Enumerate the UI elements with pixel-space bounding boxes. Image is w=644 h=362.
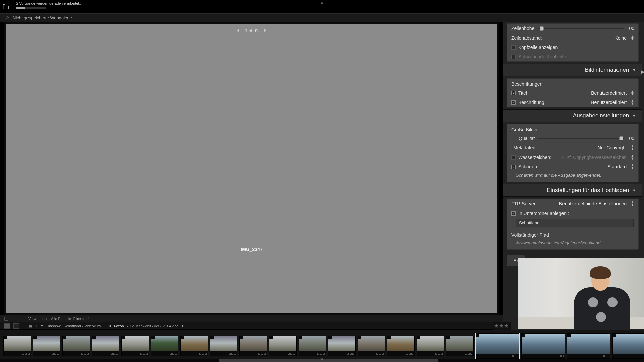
subfolder-checkbox[interactable] — [511, 211, 516, 216]
triangle-down-icon: ▼ — [632, 68, 636, 72]
floating-header-label: Schwebende Kopfzeile — [518, 54, 566, 59]
arrow-right-icon[interactable]: → — [20, 316, 25, 321]
preview-container: 1 of 91 IMG_2347 — [4, 22, 499, 315]
fullpath-value: /www/matthiasbutz.com2/galerie/Schottlan… — [516, 240, 634, 245]
filmstrip-thumb[interactable] — [387, 336, 415, 356]
metadata-stepper-icon[interactable]: ▲▼ — [631, 145, 634, 150]
caption-value[interactable]: Benutzerdefiniert — [591, 100, 627, 105]
caption-label: Beschriftung — [518, 100, 544, 105]
grid-icon[interactable]: ▦ — [29, 324, 32, 328]
progress-bar — [16, 7, 46, 9]
prev-page-button[interactable] — [236, 28, 241, 34]
filmstrip-thumb[interactable] — [210, 336, 237, 356]
title-value[interactable]: Benutzerdefiniert — [591, 90, 627, 96]
sharpen-checkbox[interactable] — [511, 165, 516, 169]
row-height-label: Zeilenhöhe: — [511, 26, 536, 31]
ftp-label: FTP-Server: — [511, 201, 537, 206]
subfolder-input[interactable]: Schottland — [516, 219, 634, 227]
selection-info: / 1 ausgewählt / IMG_3204.dng — [127, 324, 179, 328]
source-path[interactable]: Diashow : Schottland - Videokurs — [46, 324, 101, 328]
pager-label: 1 of 91 — [245, 28, 258, 33]
show-header-label: Kopfzeile anzeigen — [518, 45, 558, 50]
view-mode-2-button[interactable] — [13, 323, 19, 329]
sharpen-stepper-icon[interactable]: ▲▼ — [631, 164, 634, 169]
source-bar: ▦ + ▾ Diashow : Schottland - Videokurs 9… — [0, 322, 503, 330]
pager: 1 of 91 — [236, 28, 267, 34]
row-spacing-stepper-icon[interactable]: ▲▼ — [631, 35, 634, 40]
quality-label: Qualität — [519, 136, 535, 141]
rating-stars[interactable]: ★★★ — [493, 322, 511, 330]
use-scope[interactable]: Alle Fotos im Filmstreifen — [51, 317, 92, 321]
filmstrip-thumb[interactable] — [299, 336, 326, 356]
filmstrip-thumb[interactable] — [417, 336, 444, 356]
metadata-label: Metadaten : — [513, 145, 538, 150]
triangle-down-icon: ▼ — [632, 188, 636, 192]
watermark-checkbox[interactable] — [511, 155, 516, 160]
tool-strip: ← → Verwenden: Alle Fotos im Filmstreife… — [0, 315, 503, 322]
sharpen-label: Schärfen: — [518, 164, 538, 169]
collapse-panel-icon[interactable]: ▶ — [641, 69, 644, 74]
unsaved-indicator-icon — [6, 16, 9, 19]
watermark-stepper-icon[interactable]: ▲▼ — [631, 155, 634, 160]
floating-header-checkbox — [511, 55, 516, 59]
filmstrip-thumb[interactable] — [446, 336, 474, 356]
section-output[interactable]: Ausgabeeinstellungen▼ — [503, 109, 642, 122]
sharpen-value[interactable]: Standard — [607, 164, 627, 169]
row-height-slider[interactable] — [538, 28, 624, 29]
filmstrip-thumb[interactable] — [328, 336, 356, 356]
section-upload[interactable]: Einstellungen für das Hochladen▼ — [503, 184, 642, 197]
section-image-info[interactable]: Bildinformationen▼ — [503, 64, 642, 76]
filmstrip-thumb[interactable] — [33, 336, 60, 356]
processing-status: 2 Vorgänge werden gerade verarbeitet... — [16, 1, 83, 5]
filmstrip-thumb[interactable] — [239, 336, 267, 356]
chevron-down-icon[interactable]: ▾ — [41, 324, 43, 328]
filmstrip-thumb[interactable] — [3, 336, 31, 356]
filmstrip-thumb[interactable] — [121, 336, 149, 356]
row-spacing-value[interactable]: Keine — [614, 35, 627, 41]
source-dropdown-icon[interactable]: ▾ — [182, 324, 184, 328]
title-label: Titel — [518, 90, 527, 96]
caption-checkbox[interactable] — [511, 100, 516, 105]
filmstrip-thumb[interactable] — [358, 336, 385, 356]
filmstrip-thumb[interactable] — [269, 336, 297, 356]
filmstrip-thumb[interactable] — [612, 333, 644, 359]
preview-image-title: IMG_2347 — [240, 247, 262, 252]
large-images-title: Große Bilder — [507, 124, 638, 134]
filmstrip-thumb[interactable] — [92, 336, 119, 356]
show-header-checkbox[interactable] — [511, 45, 516, 50]
row-height-value: 100 — [627, 26, 634, 31]
webcam-overlay — [518, 258, 644, 329]
filmstrip-thumb[interactable] — [180, 336, 208, 356]
metadata-value[interactable]: Nur Copyright — [598, 145, 627, 150]
quality-slider[interactable] — [537, 138, 624, 139]
app-logo: Lr — [3, 2, 10, 11]
gallery-subheader: Nicht gespeicherte Webgalerie — [0, 13, 644, 22]
title-checkbox[interactable] — [511, 91, 516, 95]
arrow-left-icon[interactable]: ← — [12, 316, 17, 321]
gallery-title: Nicht gespeicherte Webgalerie — [13, 15, 72, 20]
preview-canvas[interactable]: 1 of 91 IMG_2347 — [6, 24, 497, 313]
subfolder-label: In Unterordner ablegen : — [518, 210, 569, 216]
title-bar: Lr 2 Vorgänge werden gerade verarbeitet.… — [0, 0, 644, 13]
captions-title: Beschriftungen — [507, 79, 638, 88]
chevron-down-icon[interactable]: ▼ — [320, 357, 324, 362]
filmstrip-thumb[interactable] — [151, 336, 178, 356]
svg-rect-0 — [5, 317, 8, 320]
filmstrip-thumb[interactable] — [567, 333, 610, 359]
ftp-stepper-icon[interactable]: ▲▼ — [631, 201, 634, 206]
filmstrip-thumb[interactable] — [521, 333, 565, 359]
title-stepper-icon[interactable]: ▲▼ — [631, 90, 634, 95]
view-single-icon[interactable] — [4, 316, 9, 321]
filmstrip-thumb[interactable] — [62, 336, 90, 356]
chevron-up-icon[interactable]: ▲ — [320, 0, 324, 5]
use-label: Verwenden: — [28, 317, 48, 321]
view-mode-1-button[interactable] — [4, 323, 10, 329]
plus-icon[interactable]: + — [36, 324, 38, 328]
sharpen-note: Schärfen wird auf die Ausgabe angewendet… — [507, 171, 638, 182]
filmstrip-thumb[interactable] — [476, 333, 519, 359]
ftp-value[interactable]: Benutzerdefinierte Einstellungen — [559, 201, 627, 206]
caption-stepper-icon[interactable]: ▲▼ — [631, 100, 634, 105]
watermark-label: Wasserzeichen: — [518, 155, 551, 160]
next-page-button[interactable] — [262, 28, 267, 34]
triangle-down-icon: ▼ — [632, 114, 636, 118]
